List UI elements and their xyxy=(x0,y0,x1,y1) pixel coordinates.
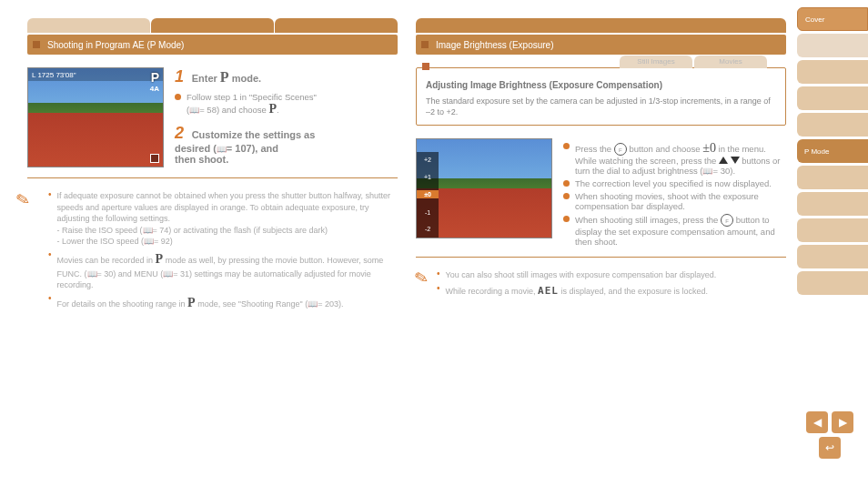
note3-mid: mode, see "Shooting Range" xyxy=(196,299,303,309)
right-sidebar: Cover P Mode xyxy=(797,7,868,295)
ra-ref: = 30 xyxy=(712,166,730,176)
camera-lcd-right: +2 +1 ±0 -1 -2 xyxy=(416,138,552,238)
book-icon[interactable]: 📖 xyxy=(163,269,173,278)
bullet-icon xyxy=(563,143,570,149)
left-tab-2[interactable] xyxy=(151,18,274,33)
note1-b-page: = 74 xyxy=(153,226,169,235)
note1-a: If adequate exposure cannot be obtained … xyxy=(57,191,391,223)
note3-pre: For details on the shooting range in xyxy=(57,299,188,309)
pencil-note-icon: ✎ xyxy=(412,266,432,301)
ra5: dial to adjust brightness ( xyxy=(607,166,703,176)
subtab-still[interactable]: Still Images xyxy=(620,56,692,68)
step-number-2: 2 xyxy=(175,124,184,142)
rn1: You can also shoot still images with exp… xyxy=(446,269,717,281)
left-header-bar: Shooting in Program AE (P Mode) xyxy=(27,35,398,55)
note3-P: P xyxy=(187,296,196,309)
step2-end: then shoot. xyxy=(175,154,228,165)
ev-minus2: -2 xyxy=(417,226,439,232)
page-nav: ◀ ▶ ↩ xyxy=(806,411,853,459)
right-tab-main[interactable] xyxy=(416,18,786,33)
step2-prefix: Customize the settings as xyxy=(192,129,316,140)
book-icon[interactable]: 📖 xyxy=(702,167,712,176)
func-set-button-icon: F xyxy=(721,214,733,227)
left-tab-1[interactable] xyxy=(27,18,150,33)
note3-ref: = 203 xyxy=(318,299,338,309)
left-steps: 1 Enter P mode. Follow step 1 in "Specif… xyxy=(175,67,398,170)
left-tab-3[interactable] xyxy=(275,18,398,33)
step1-P: P xyxy=(269,102,278,116)
ev-zero-inline: ±0 xyxy=(702,141,716,155)
bullet-icon xyxy=(563,180,570,187)
bullet-icon xyxy=(175,94,181,100)
header-square-icon xyxy=(33,41,40,48)
nav-prev-button[interactable]: ◀ xyxy=(806,411,828,433)
subtab-movies[interactable]: Movies xyxy=(694,56,767,68)
book-icon[interactable]: 📖 xyxy=(217,145,227,154)
step1-bullet: Follow step 1 in "Specific Scenes" xyxy=(187,92,317,102)
right-steps: Press the F button and choose ±0 in the … xyxy=(563,138,786,249)
header-square-icon xyxy=(421,41,429,48)
right-column: Image Brightness (Exposure) Still Images… xyxy=(416,18,786,314)
ev-plus1: +1 xyxy=(417,174,439,180)
note1-c: are dark) xyxy=(295,226,328,235)
func-set-button-icon: F xyxy=(614,143,627,156)
note2-P: P xyxy=(156,252,164,266)
rd1: When shooting still images, press the xyxy=(575,215,721,225)
rn2a: While recording a movie, xyxy=(446,287,539,296)
lcd-flash-indicator: 4A xyxy=(150,85,159,93)
ev-zero: ±0 xyxy=(417,190,439,198)
section-title: Adjusting Image Brightness (Exposure Com… xyxy=(426,79,776,92)
up-arrow-icon xyxy=(719,157,728,164)
step2-pages: = 107 xyxy=(227,143,252,154)
lcd-mode-indicator: P xyxy=(151,70,159,85)
note1-b: - Raise the ISO speed ( xyxy=(57,226,143,235)
nav-next-button[interactable]: ▶ xyxy=(832,411,853,433)
right-top-tabs xyxy=(416,18,786,33)
bullet-icon xyxy=(563,216,570,222)
nav-back-button[interactable]: ↩ xyxy=(819,437,841,459)
left-header-text: Shooting in Program AE (P Mode) xyxy=(47,40,184,50)
note1-d-end: ) xyxy=(170,237,173,246)
book-icon[interactable]: 📖 xyxy=(87,269,97,278)
note2-ref1: = 30 xyxy=(97,269,114,278)
step1-ref-mid: ) and choose xyxy=(217,105,269,115)
step1-suffix: mode. xyxy=(229,73,261,84)
rb: The correction level you specified is no… xyxy=(575,178,772,188)
right-header-text: Image Brightness (Exposure) xyxy=(436,40,554,50)
lcd-bottom-icon xyxy=(150,154,159,163)
rn2b: is displayed, and the exposure is locked… xyxy=(559,287,708,296)
note2-ref2: = 31 xyxy=(173,269,189,278)
ra2: button and choose xyxy=(629,144,702,154)
section-subtabs: Still Images Movies xyxy=(620,56,767,68)
down-arrow-icon xyxy=(731,157,740,164)
step-number-1: 1 xyxy=(175,67,184,86)
step2-suffix: ), and xyxy=(252,143,278,154)
sidebar-tab-1[interactable] xyxy=(797,34,868,57)
step2-mid: desired ( xyxy=(175,143,217,154)
sidebar-tab-cover[interactable]: Cover xyxy=(797,7,868,31)
sidebar-tab-3[interactable] xyxy=(797,86,868,110)
ev-plus2: +2 xyxy=(417,157,439,163)
left-notes: ✎ • If adequate exposure cannot be obtai… xyxy=(27,187,398,314)
step1-prefix: Enter xyxy=(192,73,220,84)
book-icon[interactable]: 📖 xyxy=(144,237,154,246)
book-icon[interactable]: 📖 xyxy=(143,226,153,235)
note1-d-page: = 92 xyxy=(154,237,170,246)
book-icon[interactable]: 📖 xyxy=(189,106,199,115)
sidebar-tab-7[interactable] xyxy=(797,192,868,216)
sidebar-tab-pmode[interactable]: P Mode xyxy=(797,139,868,163)
sidebar-tab-8[interactable] xyxy=(797,218,868,242)
ra6: ). xyxy=(730,166,735,176)
note1-b-end: ) or activating the flash (if subjects xyxy=(168,226,292,235)
ev-scale-bar: +2 +1 ±0 -1 -2 xyxy=(417,152,439,238)
sidebar-tab-4[interactable] xyxy=(797,113,868,137)
lcd-top-readout: L 1725 73'08" xyxy=(28,68,163,81)
sidebar-tab-9[interactable] xyxy=(797,245,868,268)
note2: Movies can be recorded in xyxy=(57,256,156,265)
sidebar-tab-10[interactable] xyxy=(797,271,868,295)
right-section-box: Still Images Movies Adjusting Image Brig… xyxy=(416,67,786,126)
sidebar-tab-2[interactable] xyxy=(797,60,868,84)
book-icon[interactable]: 📖 xyxy=(308,299,318,309)
step1-ref-suffix: . xyxy=(277,105,279,115)
sidebar-tab-6[interactable] xyxy=(797,166,868,189)
